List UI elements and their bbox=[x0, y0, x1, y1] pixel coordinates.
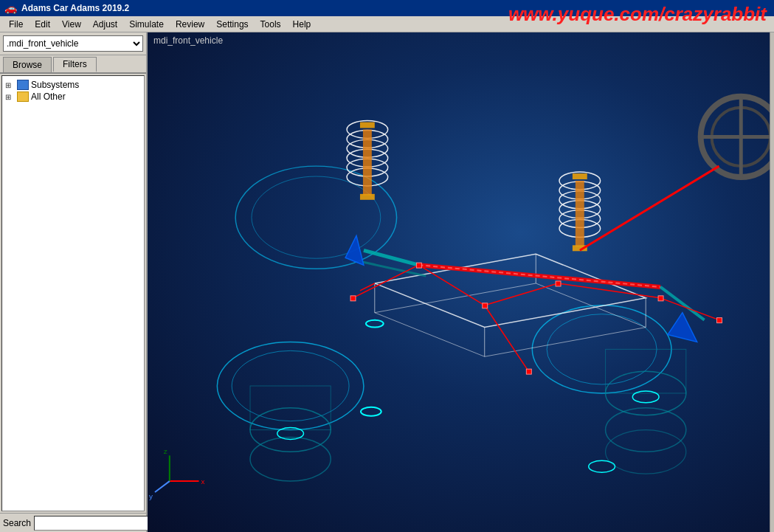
subsystems-folder-icon bbox=[17, 80, 29, 90]
svg-point-64 bbox=[366, 320, 384, 328]
svg-line-48 bbox=[353, 265, 418, 298]
svg-rect-58 bbox=[658, 296, 663, 301]
dropdown-area: .mdi_front_vehicle bbox=[0, 32, 146, 55]
subsystems-label: Subsystems bbox=[31, 80, 79, 90]
svg-point-7 bbox=[252, 176, 381, 258]
subsystems-expander[interactable]: ⊞ bbox=[5, 81, 17, 89]
svg-point-65 bbox=[361, 407, 381, 416]
viewport-background: mdi_front_vehicle bbox=[148, 32, 770, 532]
svg-text:z: z bbox=[164, 447, 167, 455]
svg-point-32 bbox=[632, 391, 659, 403]
menu-simulate[interactable]: Simulate bbox=[123, 18, 170, 31]
title-text: Adams Car Adams 2019.2 bbox=[21, 3, 129, 13]
tree-panel[interactable]: ⊞ Subsystems ⊞ All Other bbox=[1, 75, 145, 511]
search-input[interactable] bbox=[34, 516, 152, 531]
svg-rect-61 bbox=[717, 318, 722, 323]
svg-rect-55 bbox=[416, 263, 421, 268]
svg-line-45 bbox=[364, 250, 418, 265]
svg-line-70 bbox=[155, 481, 170, 492]
model-dropdown[interactable]: .mdi_front_vehicle bbox=[3, 35, 143, 52]
menu-help[interactable]: Help bbox=[287, 18, 317, 31]
svg-rect-14 bbox=[363, 129, 372, 195]
svg-rect-15 bbox=[360, 122, 375, 128]
scene-svg: x z y bbox=[148, 32, 770, 532]
svg-line-51 bbox=[485, 283, 558, 305]
svg-rect-60 bbox=[526, 369, 531, 374]
svg-text:y: y bbox=[149, 492, 153, 500]
all-other-folder-icon bbox=[17, 91, 29, 102]
tab-browse[interactable]: Browse bbox=[3, 57, 52, 72]
title-icon: 🚗 bbox=[4, 2, 17, 14]
svg-marker-62 bbox=[345, 235, 364, 265]
tab-bar: Browse Filters bbox=[0, 55, 146, 74]
svg-point-33 bbox=[589, 460, 615, 472]
svg-rect-56 bbox=[483, 303, 488, 308]
tree-item-subsystems[interactable]: ⊞ Subsystems bbox=[5, 79, 141, 91]
right-resize-handle[interactable] bbox=[770, 32, 774, 532]
svg-rect-59 bbox=[350, 296, 356, 301]
viewport[interactable]: mdi_front_vehicle bbox=[148, 32, 770, 532]
menu-view[interactable]: View bbox=[56, 18, 87, 31]
menu-tools[interactable]: Tools bbox=[255, 18, 287, 31]
svg-point-4 bbox=[250, 438, 331, 482]
all-other-expander[interactable]: ⊞ bbox=[5, 93, 17, 101]
svg-line-54 bbox=[485, 305, 529, 371]
menu-review[interactable]: Review bbox=[170, 18, 210, 31]
menu-adjust[interactable]: Adjust bbox=[87, 18, 123, 31]
svg-rect-23 bbox=[576, 181, 584, 246]
svg-line-53 bbox=[660, 298, 719, 320]
svg-text:x: x bbox=[201, 477, 204, 486]
left-panel: .mdi_front_vehicle Browse Filters ⊞ Subs… bbox=[0, 32, 148, 532]
menu-edit[interactable]: Edit bbox=[29, 18, 56, 31]
svg-rect-24 bbox=[573, 173, 587, 179]
main-layout: .mdi_front_vehicle Browse Filters ⊞ Subs… bbox=[0, 32, 774, 532]
tab-filters[interactable]: Filters bbox=[53, 57, 97, 72]
menubar: File Edit View Adjust Simulate Review Se… bbox=[0, 16, 774, 32]
svg-rect-16 bbox=[360, 194, 375, 200]
viewport-title: mdi_front_vehicle bbox=[153, 35, 223, 46]
search-bar: Search bbox=[0, 513, 146, 532]
search-label: Search bbox=[3, 518, 31, 528]
titlebar: 🚗 Adams Car Adams 2019.2 bbox=[0, 0, 774, 16]
menu-file[interactable]: File bbox=[3, 18, 29, 31]
svg-line-49 bbox=[360, 283, 375, 291]
all-other-label: All Other bbox=[31, 91, 66, 102]
tree-item-all-other[interactable]: ⊞ All Other bbox=[5, 91, 141, 103]
svg-marker-63 bbox=[668, 313, 697, 342]
svg-rect-57 bbox=[556, 281, 561, 286]
menu-settings[interactable]: Settings bbox=[210, 18, 254, 31]
